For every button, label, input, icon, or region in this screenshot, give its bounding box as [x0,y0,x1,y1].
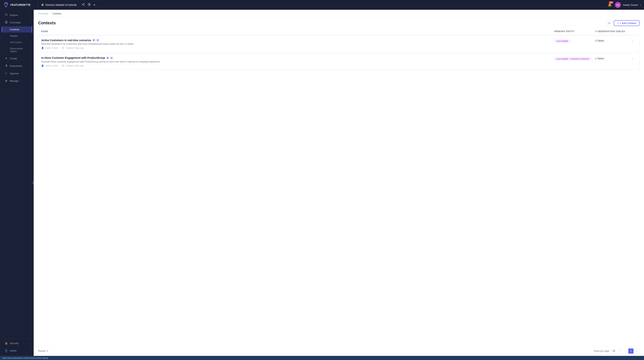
svg-point-10 [608,22,610,24]
add-context-button[interactable]: + + Add Context [614,20,640,26]
dropdown-button[interactable]: ▾ [93,3,96,8]
row-2-description: Evaluate future customer engagement with… [41,60,554,64]
header-actions: + + Add Context [606,20,640,26]
row-2-copy-icon[interactable]: ⊞ [106,56,109,60]
featurebyte-logo [3,2,9,8]
explore-arrow: › [28,14,29,16]
nav-divider [38,2,38,8]
sidebar-item-contexts[interactable]: Contexts [2,26,32,33]
sidebar-item-create-label: Create [10,57,27,60]
row-2-clock-icon: 🕐 [62,65,64,67]
breadcrumb-current: Contexts [52,12,61,15]
row-2-title-link[interactable]: In-Store Customer Engagement with Produc… [41,56,105,59]
sidebar-item-create[interactable]: ✦ Create › [2,55,32,62]
svg-point-5 [84,5,84,6]
sidebar-item-security[interactable]: 🔒 Security › [2,339,32,347]
formulate-icon [4,21,8,24]
row-2-table-icon[interactable]: ⊟ [110,56,113,60]
table-row: In-Store Customer Engagement with Produc… [38,54,640,70]
sidebar-item-targets[interactable]: Targets [2,33,32,39]
notification-badge: 182 [609,1,613,4]
sidebar-item-manage[interactable]: ⊕ Manage › [2,77,32,84]
svg-point-6 [89,4,90,5]
row-2-entity-cell: CUSTOMER × PRODUCTGROUP [554,56,595,61]
rows-select-wrap[interactable]: 25 50 100 [611,349,620,353]
row-1-entity-badge: CUSTOMER [554,39,570,43]
status-bar: https://demo.featurebyte.com/formulate/c… [0,356,644,360]
row-1-created: Created 3 days ago [66,47,84,49]
admin-arrow: › [28,350,29,351]
row-1-copy-icon[interactable]: ⊞ [92,39,95,42]
sidebar-divider [2,338,32,339]
sidebar-item-approve-label: Approve [10,72,27,75]
manage-icon: ⊕ [4,79,8,83]
svg-point-1 [6,2,6,3]
settings-button[interactable] [87,2,92,8]
sidebar-item-explore[interactable]: Explore › [2,12,32,19]
notification-button[interactable]: 🔔 182 [607,2,612,8]
sidebar-item-approve[interactable]: ✓ Approve › [2,70,32,77]
content-area: Formulate > Contexts Contexts + + Add Co… [34,10,644,356]
row-1-expand-button[interactable]: ⌄ [629,39,636,42]
breadcrumb-separator: > [50,12,51,15]
add-context-icon: + [617,22,618,25]
row-1-author-icon: 👤 [41,47,44,49]
row-1-table-icon[interactable]: ⊟ [96,39,99,42]
row-1-author: Xavier Conort [46,47,58,49]
row-2-title: In-Store Customer Engagement with Produc… [41,56,554,60]
sidebar-item-experiment[interactable]: ⚗ Experiment › [2,62,32,69]
table-row: Active Customers in real-time scenarios … [38,36,640,52]
contexts-table: Name Primary Entity # Observation Tables… [34,28,644,346]
row-2-author-icon: 👤 [41,65,44,67]
row-2-expand-button[interactable]: ⌄ [629,56,636,60]
sidebar-item-formulate-label: Formulate [10,21,26,24]
sidebar: ‹ Explore › Formulate ⌄ Contexts Targets [0,10,34,356]
targets-label: Targets [10,35,18,37]
observation-tables-label: Observation Tables [10,47,29,53]
row-2-author: Xavier Conort [46,65,58,67]
app-name: FEATUREBYTE [10,3,31,6]
page-1-button[interactable]: 1 [628,348,634,354]
user-avatar: XC [615,2,621,8]
user-dropdown-arrow[interactable]: ▾ [640,4,641,6]
rows-per-page-select[interactable]: 25 50 100 [611,349,620,353]
prev-page-button[interactable]: ‹ [622,348,628,354]
page-title: Contexts [38,21,56,26]
col-header-name: Name [41,30,554,33]
row-2-created: Created 3 days ago [66,65,84,67]
row-1-tables-count: 0 Tables [595,39,629,42]
approve-arrow: › [28,72,29,74]
nav-right: 🔔 182 XC Xavier Conort ▾ [607,2,641,8]
row-1-entity-cell: CUSTOMER [554,39,595,43]
sidebar-item-observation-tables[interactable]: Observation Tables [2,46,32,55]
sidebar-item-admin[interactable]: 👤 Admin › [2,347,32,354]
sidebar-item-formulate[interactable]: Formulate ⌄ [2,19,32,26]
share-button[interactable] [81,2,86,8]
results-text: Results: 0 [38,350,48,352]
experiment-icon: ⚗ [4,64,8,68]
logo-area: FEATUREBYTE [3,2,35,8]
svg-point-3 [84,3,84,4]
rows-per-page-label: Rows per page: [594,350,610,352]
table-footer: Results: 0 Rows per page: 25 50 100 ‹ 1 [34,346,644,356]
page-buttons: ‹ 1 › [622,348,640,354]
svg-point-4 [82,4,83,5]
row-1-clock-icon: 🕐 [62,47,64,49]
sidebar-item-use-cases[interactable]: Use Cases [2,39,32,45]
nav-actions: ▾ [81,2,96,8]
search-button[interactable] [606,20,612,26]
user-name: Xavier Conort [623,4,638,6]
sidebar-item-manage-label: Manage [10,80,27,82]
row-1-title-link[interactable]: Active Customers in real-time scenarios [41,39,91,42]
project-icon: 🖥 [41,3,44,7]
breadcrumb-parent[interactable]: Formulate [38,12,48,15]
row-1-meta: 👤 Xavier Conort | 🕐 Created 3 days ago [41,47,554,49]
sidebar-item-experiment-label: Experiment [10,65,27,67]
row-2-tables-count: 2 Tables [595,56,629,60]
create-arrow: › [28,58,29,59]
next-page-button[interactable]: › [634,348,640,354]
top-navigation: FEATUREBYTE 🖥 Grocery Dataset UI tutoria… [0,0,644,10]
rows-per-page: Rows per page: 25 50 100 [594,349,620,353]
col-header-entity: Primary Entity [554,30,596,33]
create-icon: ✦ [4,57,8,60]
